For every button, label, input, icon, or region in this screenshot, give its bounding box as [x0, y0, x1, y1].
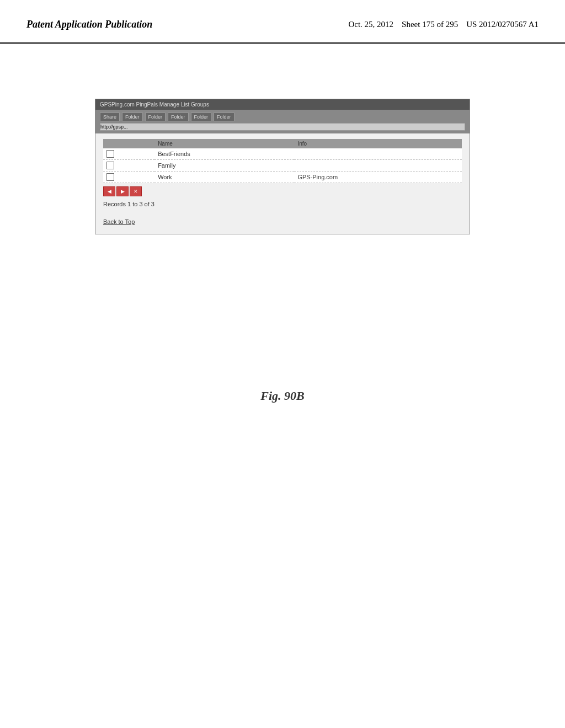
toolbar-btn-2[interactable]: Folder	[122, 113, 143, 121]
page-header: Patent Application Publication Oct. 25, …	[0, 0, 565, 44]
row-1-info	[294, 148, 462, 160]
table-row: Work GPS-Ping.com	[103, 172, 462, 183]
url-input[interactable]	[100, 123, 465, 131]
screenshot-container: GPSPing.com PingPals Manage List Groups …	[95, 99, 470, 234]
prev-button[interactable]: ◀	[103, 186, 115, 196]
toolbar-btn-4[interactable]: Folder	[168, 113, 189, 121]
browser-title: GPSPing.com PingPals Manage List Groups	[100, 101, 209, 108]
browser-toolbar: Share Folder Folder Folder Folder Folder	[95, 110, 470, 133]
toolbar-btn-1[interactable]: Share	[100, 113, 120, 121]
row-1-name: BestFriends	[154, 148, 294, 160]
checkbox-2[interactable]	[106, 162, 114, 169]
row-3-name: Work	[154, 172, 294, 183]
table-header-row: Name Info	[103, 139, 462, 148]
toolbar-row-2	[100, 123, 465, 131]
records-count: Records 1 to 3 of 3	[103, 201, 462, 207]
row-2-name: Family	[154, 160, 294, 172]
action-buttons: ◀ ▶ ✕	[103, 186, 462, 196]
toolbar-btn-6[interactable]: Folder	[214, 113, 234, 121]
toolbar-row-1: Share Folder Folder Folder Folder Folder	[100, 113, 465, 121]
next-button[interactable]: ▶	[116, 186, 129, 196]
toolbar-btn-3[interactable]: Folder	[145, 113, 166, 121]
table-row: BestFriends	[103, 148, 462, 160]
back-to-top-link[interactable]: Back to Top	[103, 218, 462, 225]
row-1-checkbox-cell[interactable]	[103, 148, 154, 160]
col-name: Name	[154, 139, 294, 148]
checkbox-1[interactable]	[106, 150, 114, 158]
publication-label: Patent Application Publication	[26, 18, 152, 31]
sheet-text: Sheet 175 of 295	[402, 20, 458, 29]
screenshot-content: Name Info BestFriends	[95, 133, 470, 234]
main-content: GPSPing.com PingPals Manage List Groups …	[0, 44, 565, 425]
row-2-checkbox-cell[interactable]	[103, 160, 154, 172]
row-3-checkbox-cell[interactable]	[103, 172, 154, 183]
col-info: Info	[294, 139, 462, 148]
table-row: Family	[103, 160, 462, 172]
list-groups-table: Name Info BestFriends	[103, 139, 462, 183]
patent-number: US 2012/0270567 A1	[466, 20, 539, 29]
col-checkbox	[103, 139, 154, 148]
browser-titlebar: GPSPing.com PingPals Manage List Groups	[95, 99, 470, 110]
figure-caption: Fig. 90B	[260, 389, 304, 403]
delete-button[interactable]: ✕	[130, 186, 142, 196]
row-3-info: GPS-Ping.com	[294, 172, 462, 183]
row-2-info	[294, 160, 462, 172]
toolbar-btn-5[interactable]: Folder	[191, 113, 212, 121]
date-text: Oct. 25, 2012	[348, 20, 393, 29]
patent-info: Oct. 25, 2012 Sheet 175 of 295 US 2012/0…	[348, 18, 539, 31]
checkbox-3[interactable]	[106, 173, 114, 181]
